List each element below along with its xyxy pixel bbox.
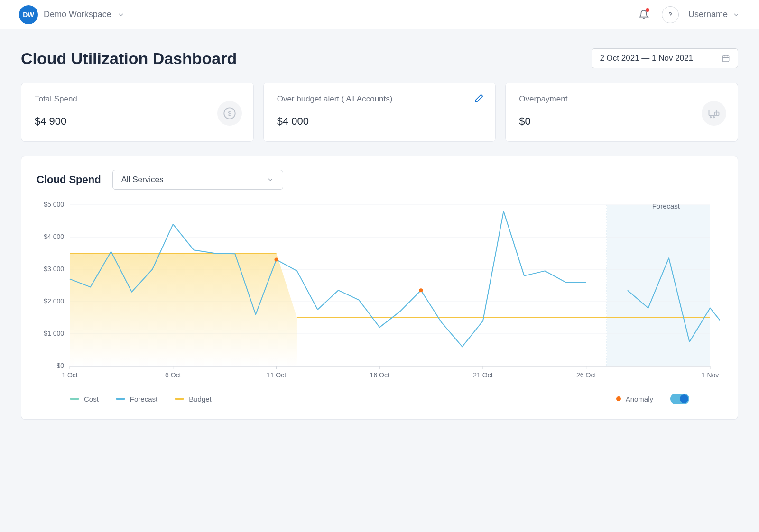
page-header: Cloud Utilization Dashboard 2 Oct 2021 —… — [21, 48, 738, 68]
svg-text:$4 000: $4 000 — [44, 233, 64, 240]
svg-text:$3 000: $3 000 — [44, 265, 64, 273]
notifications-button[interactable] — [635, 6, 652, 23]
workspace-switcher[interactable]: DW Demo Workspace — [19, 5, 125, 24]
legend-label: Budget — [189, 395, 212, 403]
card-label: Total Spend — [35, 94, 240, 104]
svg-point-40 — [274, 258, 278, 262]
svg-text:$5 000: $5 000 — [44, 201, 64, 208]
legend-anomaly-group: Anomaly — [616, 394, 689, 404]
svg-rect-7 — [709, 110, 717, 116]
card-value: $4 900 — [35, 115, 240, 128]
card-label: Overpayment — [519, 94, 724, 104]
svg-text:11 Oct: 11 Oct — [267, 371, 286, 379]
notification-dot-icon — [646, 8, 649, 12]
summary-cards: Total Spend $4 900 $ Over budget alert (… — [21, 83, 738, 142]
svg-text:$: $ — [228, 110, 231, 117]
chart-area: Forecast $0$1 000$2 000$3 000$4 000$5 00… — [37, 195, 722, 385]
legend-forecast[interactable]: Forecast — [116, 395, 157, 403]
date-range-label: 2 Oct 2021 — 1 Nov 2021 — [600, 54, 693, 63]
svg-text:1 Oct: 1 Oct — [62, 371, 78, 379]
workspace-name: Demo Workspace — [44, 9, 111, 19]
chart-legend: Cost Forecast Budget Anomaly — [37, 394, 722, 404]
help-icon — [666, 10, 675, 19]
chevron-down-icon — [732, 11, 740, 18]
chevron-down-icon — [117, 11, 125, 18]
workspace-avatar: DW — [19, 5, 38, 24]
svg-text:21 Oct: 21 Oct — [473, 371, 492, 379]
legend-series: Cost Forecast Budget — [70, 395, 212, 403]
user-menu[interactable]: Username — [688, 9, 740, 19]
cloud-spend-card: Cloud Spend All Services Forecast $0$1 0… — [21, 156, 738, 420]
total-spend-card: Total Spend $4 900 $ — [21, 83, 254, 142]
cost-swatch-icon — [70, 398, 79, 400]
calendar-icon — [722, 54, 730, 63]
svg-text:1 Nov: 1 Nov — [702, 371, 719, 379]
select-value: All Services — [121, 175, 164, 184]
legend-label: Anomaly — [626, 395, 653, 403]
help-button[interactable] — [662, 6, 679, 23]
username-label: Username — [688, 9, 728, 19]
svg-point-9 — [710, 117, 711, 118]
anomaly-dot-icon — [616, 396, 621, 401]
svg-text:$0: $0 — [56, 362, 64, 369]
chart-title: Cloud Spend — [37, 174, 101, 186]
page-title: Cloud Utilization Dashboard — [21, 49, 237, 68]
legend-label: Forecast — [130, 395, 157, 403]
budget-alert-card: Over budget alert ( All Accounts) $4 000 — [263, 83, 496, 142]
edit-button[interactable] — [474, 93, 484, 105]
chart-header: Cloud Spend All Services — [37, 170, 722, 190]
svg-text:6 Oct: 6 Oct — [165, 371, 181, 379]
budget-swatch-icon — [175, 398, 184, 400]
card-label: Over budget alert ( All Accounts) — [277, 94, 482, 104]
svg-text:$1 000: $1 000 — [44, 330, 64, 337]
forecast-swatch-icon — [116, 398, 125, 400]
toggle-knob — [680, 394, 688, 403]
pencil-icon — [474, 93, 484, 103]
svg-point-41 — [419, 288, 423, 292]
forecast-region-label: Forecast — [652, 202, 680, 210]
topbar-right: Username — [635, 6, 740, 23]
card-value: $4 000 — [277, 115, 482, 128]
svg-rect-1 — [722, 56, 729, 62]
legend-label: Cost — [84, 395, 99, 403]
legend-anomaly: Anomaly — [616, 395, 653, 403]
page-body: Cloud Utilization Dashboard 2 Oct 2021 —… — [0, 29, 759, 439]
svg-rect-11 — [607, 205, 710, 366]
svg-text:26 Oct: 26 Oct — [576, 371, 596, 379]
cloud-spend-chart: $0$1 000$2 000$3 000$4 000$5 0001 Oct6 O… — [37, 195, 720, 385]
overpayment-card: Overpayment $0 — [505, 83, 738, 142]
date-range-picker[interactable]: 2 Oct 2021 — 1 Nov 2021 — [592, 48, 738, 68]
overpayment-icon — [702, 101, 726, 126]
card-value: $0 — [519, 115, 724, 128]
anomaly-toggle[interactable] — [670, 394, 689, 404]
svg-point-10 — [713, 117, 714, 118]
svg-text:16 Oct: 16 Oct — [370, 371, 389, 379]
legend-cost[interactable]: Cost — [70, 395, 99, 403]
chevron-down-icon — [267, 176, 274, 183]
legend-budget[interactable]: Budget — [175, 395, 212, 403]
dollar-circle-icon: $ — [217, 101, 242, 126]
service-select[interactable]: All Services — [112, 170, 283, 190]
svg-text:$2 000: $2 000 — [44, 297, 64, 305]
topbar: DW Demo Workspace Username — [0, 0, 759, 29]
